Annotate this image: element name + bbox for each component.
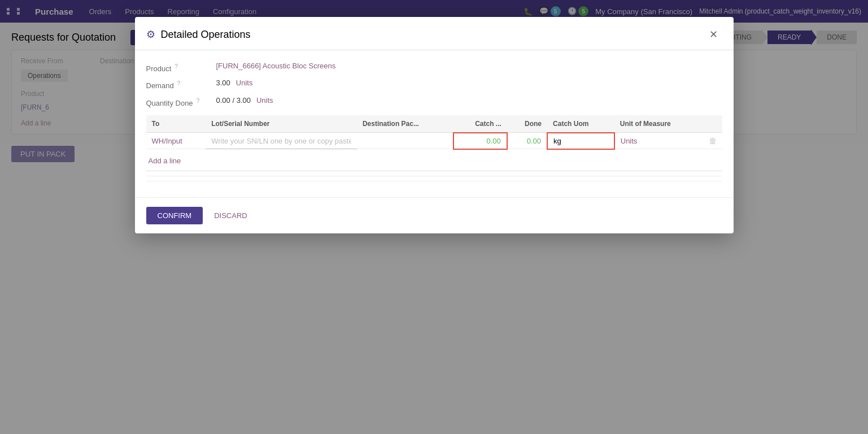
modal-header: ⚙ Detailed Operations ✕ xyxy=(135,17,734,50)
add-line-link[interactable]: Add a line xyxy=(146,154,187,167)
qty-done-value: 0.00 / 3.00 xyxy=(216,96,251,105)
delete-row-icon[interactable]: 🗑 xyxy=(709,136,717,145)
demand-uom[interactable]: Units xyxy=(236,79,253,87)
product-help-icon[interactable]: ? xyxy=(175,63,178,70)
qty-done-help-icon[interactable]: ? xyxy=(196,97,199,104)
col-to: To xyxy=(146,115,206,133)
table-header-row: To Lot/Serial Number Destination Pac... … xyxy=(146,115,722,133)
qty-done-uom[interactable]: Units xyxy=(256,96,273,105)
cell-to: WH/Input xyxy=(146,133,206,149)
modal-body: Product ? [FURN_6666] Acoustic Bloc Scre… xyxy=(135,50,734,197)
table-row: WH/Input 0.00 0.00 kg xyxy=(146,133,722,149)
col-lot-serial: Lot/Serial Number xyxy=(206,115,357,133)
demand-form-row: Demand ? 3.00 Units xyxy=(146,79,722,90)
cell-catch[interactable]: 0.00 xyxy=(453,133,507,149)
col-dest-pac: Destination Pac... xyxy=(357,115,453,133)
operations-table: To Lot/Serial Number Destination Pac... … xyxy=(146,115,722,150)
col-unit-of-measure: Unit of Measure xyxy=(614,115,703,133)
lot-serial-input[interactable] xyxy=(211,137,351,145)
modal-title-text: Detailed Operations xyxy=(161,29,251,41)
demand-help-icon[interactable]: ? xyxy=(177,80,180,86)
modal-divider-2 xyxy=(146,181,722,181)
demand-label: Demand ? xyxy=(146,79,214,90)
modal-divider xyxy=(146,176,722,176)
modal-footer: CONFIRM DISCARD xyxy=(135,197,734,233)
cell-dest-pac xyxy=(357,133,453,149)
product-label: Product ? xyxy=(146,62,214,73)
detailed-operations-modal: ⚙ Detailed Operations ✕ Product ? [FURN_… xyxy=(135,17,734,233)
modal-title: ⚙ Detailed Operations xyxy=(146,28,251,41)
cell-unit-of-measure: Units xyxy=(614,133,703,149)
col-catch: Catch ... xyxy=(453,115,507,133)
modal-title-icon: ⚙ xyxy=(146,28,155,41)
product-form-row: Product ? [FURN_6666] Acoustic Bloc Scre… xyxy=(146,62,722,73)
col-catch-uom: Catch Uom xyxy=(547,115,614,133)
product-value[interactable]: [FURN_6666] Acoustic Bloc Screens xyxy=(216,62,336,70)
cell-catch-uom[interactable]: kg xyxy=(547,133,614,149)
cell-done: 0.00 xyxy=(507,133,547,149)
cell-lot-serial[interactable] xyxy=(206,133,357,149)
confirm-button[interactable]: CONFIRM xyxy=(146,207,203,224)
cell-delete[interactable]: 🗑 xyxy=(703,133,722,149)
col-actions xyxy=(703,115,722,133)
discard-button[interactable]: DISCARD xyxy=(208,207,253,224)
modal-close-button[interactable]: ✕ xyxy=(705,26,722,43)
col-done: Done xyxy=(507,115,547,133)
demand-value: 3.00 xyxy=(216,79,230,87)
qty-done-form-row: Quantity Done ? 0.00 / 3.00 Units xyxy=(146,96,722,107)
qty-done-label: Quantity Done ? xyxy=(146,96,214,107)
modal-overlay: ⚙ Detailed Operations ✕ Product ? [FURN_… xyxy=(0,0,868,434)
